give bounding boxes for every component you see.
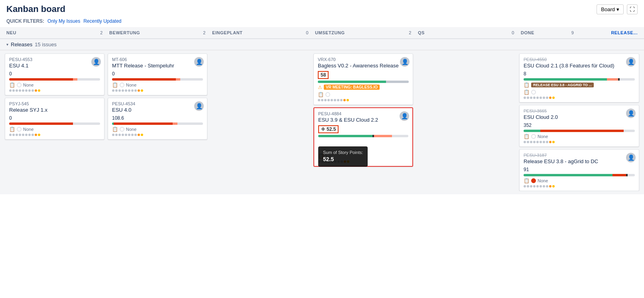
card-mt-606[interactable]: MT-606 MTT Release - Stempeluhr 👤 0 📋 No… xyxy=(108,53,207,95)
dot xyxy=(134,134,137,136)
dot-yellow xyxy=(38,134,40,136)
dot xyxy=(546,97,548,99)
card-points: 0 xyxy=(112,71,203,77)
dot xyxy=(533,185,536,187)
card-title: Bagless V0.2 - Awareness Release xyxy=(318,63,409,69)
column-qs xyxy=(415,53,518,191)
card-id: PESU-3187 xyxy=(524,153,635,158)
folder-icon: 📋 xyxy=(9,82,15,88)
card-label: None xyxy=(126,127,136,132)
folder-icon: 📋 xyxy=(524,178,530,184)
top-bar: Kanban board Board ▾ ⛶ xyxy=(0,0,644,17)
card-status-circle xyxy=(120,83,124,87)
card-id: PESU-4553 xyxy=(9,57,100,62)
card-pesu-3665[interactable]: PESU-3665 ESU Cloud 2.0 👤 352 📋 None xyxy=(519,105,639,147)
card-footer: 📋 xyxy=(524,89,635,95)
top-right-controls: Board ▾ ⛶ xyxy=(597,4,638,14)
dot xyxy=(340,99,343,101)
tooltip-label: Sum of Story Points: xyxy=(323,150,363,156)
card-title: ESU Cloud 2.0 xyxy=(524,114,635,121)
col-umsetzung-label: UMSETZUNG xyxy=(315,30,345,35)
progress-red xyxy=(114,122,173,125)
dot xyxy=(25,134,28,136)
card-status-circle xyxy=(325,92,330,97)
dot-orange xyxy=(549,141,551,143)
avatar: 👤 xyxy=(400,57,410,67)
progress-gray xyxy=(386,81,409,83)
dots-row xyxy=(9,89,100,92)
dot xyxy=(536,97,539,99)
umsetzung-cards: VRX-670 Bagless V0.2 - Awareness Release… xyxy=(313,53,413,167)
progress-red xyxy=(9,122,73,125)
card-footer: 📋 None xyxy=(524,178,635,184)
dot xyxy=(331,99,333,101)
dot xyxy=(324,99,327,101)
card-pesu-3187[interactable]: PESU-3187 Release ESU 3.8 - agGrid to DC… xyxy=(519,149,639,191)
dot xyxy=(19,89,21,92)
folder-icon: 📋 xyxy=(318,92,324,97)
dot-orange xyxy=(138,134,140,136)
progress-green xyxy=(524,130,540,132)
expand-icon: ⛶ xyxy=(630,6,635,12)
card-label: None xyxy=(126,83,136,87)
card-pesu-4884[interactable]: PESU-4884 ESU 3.9 & ESU Cloud 2.2 👤 ✛52.… xyxy=(313,107,413,167)
label-row: 📋 RELEASE ESU 3.8 - AGGRID TO ... xyxy=(524,82,635,88)
card-pesu-4553[interactable]: PESU-4553 ESU 4.1 👤 0 📋 None xyxy=(5,53,104,95)
dot xyxy=(524,185,526,187)
progress-red xyxy=(9,78,73,81)
bewertung-cards: MT-606 MTT Release - Stempeluhr 👤 0 📋 No… xyxy=(108,53,207,140)
neu-cards: PESU-4553 ESU 4.1 👤 0 📋 None xyxy=(5,53,104,140)
card-id: PESU-3665 xyxy=(524,109,635,113)
col-umsetzung-count: 2 xyxy=(409,30,412,35)
dot-orange xyxy=(549,185,551,187)
avatar: 👤 xyxy=(194,101,204,111)
folder-icon: 📋 xyxy=(9,126,15,132)
card-pesu-4534[interactable]: PESU-4534 ESU 4.0 👤 108.6 📋 None xyxy=(108,98,207,140)
col-header-bewertung: BEWERTUNG 2 xyxy=(106,27,209,38)
releases-label: Releases xyxy=(11,41,32,47)
dot xyxy=(22,89,24,92)
card-id: PSYJ-545 xyxy=(9,101,100,106)
dot xyxy=(32,134,34,136)
expand-button[interactable]: ⛶ xyxy=(627,4,638,14)
dot-yellow xyxy=(552,141,555,143)
column-neu: PESU-4553 ESU 4.1 👤 0 📋 None xyxy=(3,53,106,191)
dot xyxy=(327,99,330,101)
card-points: 91 xyxy=(524,167,635,172)
dot-yellow xyxy=(141,134,143,136)
releases-chevron-icon: ▾ xyxy=(6,42,8,47)
release-link[interactable]: Release... xyxy=(611,30,638,35)
progress-bar xyxy=(524,78,635,81)
col-neu-label: NEU xyxy=(6,30,16,35)
card-title: Release ESU 3.8 - agGrid to DC xyxy=(524,158,635,165)
card-vrx-670[interactable]: VRX-670 Bagless V0.2 - Awareness Release… xyxy=(313,53,413,105)
dot-yellow xyxy=(552,97,555,99)
dot-orange xyxy=(138,89,140,92)
dot xyxy=(118,89,121,92)
dot xyxy=(546,185,548,187)
dot-orange xyxy=(549,97,551,99)
card-footer: 📋 None xyxy=(112,82,203,88)
card-label: None xyxy=(23,127,33,132)
done-cards: PESU-4550 ESU Cloud 2.1 (3.8 Features fü… xyxy=(519,53,639,191)
card-points: 352 xyxy=(524,122,635,128)
recently-updated-filter[interactable]: Recently Updated xyxy=(83,18,121,24)
dot-orange xyxy=(343,99,346,101)
only-my-issues-filter[interactable]: Only My Issues xyxy=(47,18,80,24)
card-label: None xyxy=(538,134,548,139)
progress-bar xyxy=(9,78,100,81)
card-title: Release SYJ 1.x xyxy=(9,107,100,114)
column-umsetzung: VRX-670 Bagless V0.2 - Awareness Release… xyxy=(312,53,415,191)
progress-red xyxy=(112,78,176,81)
releases-bar[interactable]: ▾ Releases 15 issues xyxy=(0,39,644,50)
dot xyxy=(536,185,539,187)
folder-icon: 📋 xyxy=(112,82,118,88)
card-title: ESU 4.0 xyxy=(112,107,203,114)
avatar: 👤 xyxy=(626,109,636,118)
board-button[interactable]: Board ▾ xyxy=(597,4,624,14)
dot-yellow xyxy=(141,89,143,92)
dot xyxy=(524,97,526,99)
card-pesu-4550[interactable]: PESU-4550 ESU Cloud 2.1 (3.8 Features fü… xyxy=(519,53,639,103)
avatar: 👤 xyxy=(626,57,636,67)
card-psyj-545[interactable]: PSYJ-545 Release SYJ 1.x 0 📋 None xyxy=(5,98,104,140)
